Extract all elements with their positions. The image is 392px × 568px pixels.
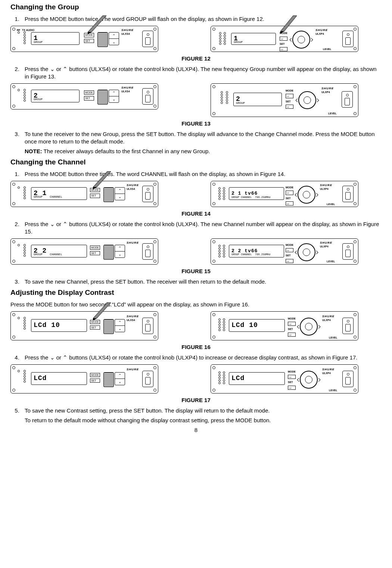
device-ulxs4-fig13: 2 GROUP MODESET ⌃⌄ SHURE ULXS4 (10, 83, 158, 109)
lcd-display: 1 GROUP (231, 33, 276, 45)
figure-17-caption: FIGURE 17 (10, 396, 382, 404)
device-ulxp4-fig13: 2 GROUP MODE ▭ SET ▭ SHURE ULXP4 LEVEL (211, 83, 358, 117)
audio-led-column (24, 31, 26, 44)
power-switch[interactable] (142, 243, 153, 260)
set-button[interactable]: ▭ (288, 386, 296, 390)
mode-button[interactable]: ▭ (280, 37, 287, 41)
lcd-display: 2 1 tv66 GROUP CHANNEL 786.250MHz (229, 187, 284, 200)
up-down-buttons[interactable]: ⌃⌄ (115, 372, 125, 385)
device-ulxp4-fig14: 2 1 tv66 GROUP CHANNEL 786.250MHz MODE ▭… (211, 181, 358, 207)
control-knob[interactable] (298, 243, 315, 261)
callout-arrow-icon (85, 172, 115, 190)
power-switch[interactable] (342, 91, 353, 108)
set-button[interactable]: SET (90, 194, 100, 198)
power-switch[interactable] (342, 243, 354, 260)
svg-marker-6 (93, 303, 111, 318)
set-label: SET (280, 42, 287, 46)
down-button[interactable]: ⌄ (109, 38, 119, 45)
set-button[interactable]: ▭ (286, 105, 293, 109)
up-down-buttons[interactable]: ⌃⌄ (115, 245, 125, 258)
mode-button[interactable]: ▭ (288, 322, 296, 326)
heading-changing-channel: Changing the Channel (10, 157, 382, 167)
lcd-display: LCd 10 (229, 319, 285, 332)
figure-17-row: LCd MODESET ⌃⌄ SHURE LCd MODE ▭ SET ▭ SH… (10, 364, 382, 393)
group-step-1: Press the MODE button twice. The word GR… (21, 15, 382, 23)
device-ulxp4-fig17: LCd MODE ▭ SET ▭ SHURE ULXP4 LEVEL (211, 364, 358, 393)
lcd-display: 2 GROUP (31, 90, 80, 102)
power-switch[interactable] (142, 371, 153, 387)
heading-changing-group: Changing the Group (10, 2, 382, 12)
contrast-step-5b: To return to the default mode without ch… (25, 417, 382, 424)
figure-16-row: LCd 10 MODESET ⌃⌄ SHURE ULXS4 LCd 10 MOD… (10, 311, 382, 340)
power-switch[interactable] (142, 318, 153, 334)
svg-marker-0 (88, 16, 106, 32)
set-button[interactable]: SET (84, 96, 94, 100)
set-button[interactable]: SET (84, 39, 94, 43)
lcd-group-label: GROUP (234, 40, 243, 44)
set-button[interactable]: ▭ (280, 47, 287, 51)
set-button[interactable]: SET (90, 325, 100, 330)
set-button[interactable]: ▭ (286, 259, 293, 263)
power-switch[interactable] (342, 31, 354, 47)
set-button[interactable]: ▭ (286, 201, 293, 206)
set-button[interactable]: SET (90, 379, 100, 383)
callout-arrow-icon (85, 303, 115, 321)
level-label: LEVEL (323, 47, 332, 51)
figure-14-caption: FIGURE 14 (10, 210, 382, 217)
power-switch[interactable] (342, 371, 354, 387)
up-down-buttons[interactable]: ⌃ ⌄ (109, 32, 119, 45)
power-switch[interactable] (142, 31, 153, 47)
lcd-group-label: GROUP (34, 40, 43, 44)
mode-button[interactable]: MODE (84, 90, 94, 95)
lcd-display: 1 GROUP (31, 32, 80, 45)
mode-button[interactable]: ▭ (288, 375, 296, 379)
svg-marker-3 (280, 31, 284, 34)
power-switch[interactable] (342, 186, 354, 202)
device-ulxs4-fig14: 2 1 GROUP CHANNEL MODESET ⌃⌄ SHURE ULXS4 (10, 181, 158, 207)
device-ulxs4-fig16: LCd 10 MODESET ⌃⌄ SHURE ULXS4 (10, 311, 158, 340)
figure-12-caption: FIGURE 12 (10, 55, 382, 62)
contrast-intro: Press the MODE button for two seconds.“L… (10, 301, 382, 308)
up-button[interactable]: ⌃ (109, 33, 119, 38)
set-button[interactable]: SET (90, 251, 100, 255)
up-down-buttons[interactable]: ⌃⌄ (115, 187, 125, 200)
up-down-buttons[interactable]: ⌃⌄ (109, 90, 119, 103)
mode-button[interactable]: MODE (90, 373, 100, 377)
svg-marker-4 (93, 172, 111, 187)
control-knob[interactable] (298, 186, 315, 204)
channel-step-1: Press the MODE button three times. The w… (21, 170, 382, 178)
lcd-display: LCd 10 (31, 319, 87, 332)
figure-12-row: RF TX AUDIO 1 GROUP MODE SET ⌃ ⌄ SHURE U… (10, 26, 382, 52)
set-button[interactable]: ▭ (288, 333, 296, 337)
svg-marker-2 (280, 16, 297, 31)
svg-marker-1 (88, 32, 91, 34)
mode-button[interactable]: ▭ (286, 191, 293, 195)
figure-13-row: 2 GROUP MODESET ⌃⌄ SHURE ULXS4 2 GROUP M… (10, 83, 382, 117)
contrast-step-4: Press the ⌄ or ⌃ buttons (ULXS4) or rota… (21, 354, 382, 361)
figure-15-caption: FIGURE 15 (10, 268, 382, 275)
figure-13-caption: FIGURE 13 (10, 120, 382, 127)
device-ulxp4-fig16: LCd 10 MODE ▭ SET ▭ SHURE ULXP4 LEVEL (211, 311, 358, 340)
group-step-2: Press the ⌄ or ⌃ buttons (ULXS4) or rota… (21, 65, 382, 80)
heading-display-contrast: Adjusting the Display Contrast (10, 288, 382, 297)
lcd-display: LCd (31, 372, 87, 385)
lcd-display: 2 2 tv66 GROUP CHANNEL 786.250MHz (229, 245, 284, 257)
lcd-display: 2 GROUP (233, 93, 282, 106)
control-knob[interactable] (298, 91, 316, 109)
group-step-3: To tune the receiver to the new Group, p… (21, 130, 382, 155)
model-ulxp4: ULXP4 (315, 32, 324, 36)
control-knob[interactable] (300, 318, 318, 336)
power-switch[interactable] (142, 186, 153, 202)
channel-step-3: To save the new Channel, press the SET b… (21, 278, 382, 285)
lcd-display: 2 1 GROUP CHANNEL (31, 187, 87, 200)
tx-audio-label: TX AUDIO (22, 28, 34, 32)
mode-button[interactable]: MODE (90, 246, 100, 250)
power-switch[interactable] (342, 318, 354, 334)
mode-button[interactable]: ▭ (286, 248, 293, 252)
power-switch[interactable] (142, 88, 153, 105)
lcd-display: 2 2 GROUP CHANNEL (31, 245, 87, 257)
mode-button[interactable]: ▭ (286, 94, 293, 98)
up-down-buttons[interactable]: ⌃⌄ (115, 319, 125, 332)
control-knob[interactable] (300, 371, 318, 389)
device-ulxs4-fig12: RF TX AUDIO 1 GROUP MODE SET ⌃ ⌄ SHURE U… (10, 26, 158, 52)
